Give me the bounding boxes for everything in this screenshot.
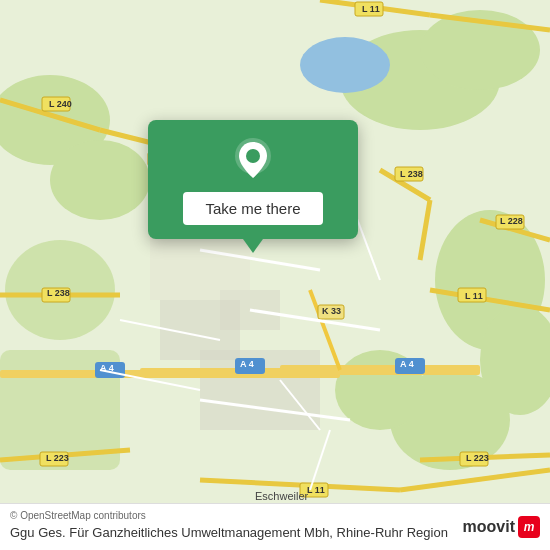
moovit-icon: m	[518, 516, 540, 538]
svg-point-15	[300, 37, 390, 93]
svg-rect-18	[280, 365, 480, 375]
svg-text:A 4: A 4	[100, 363, 114, 373]
attribution-text: © OpenStreetMap contributors	[10, 510, 540, 521]
svg-text:A 4: A 4	[240, 359, 254, 369]
moovit-logo: moovit m	[463, 516, 540, 538]
map-background: L 11 L 11 L 11 L 240 L 240 L 238 L 238 L…	[0, 0, 550, 550]
svg-text:L 228: L 228	[500, 216, 523, 226]
svg-text:L 240: L 240	[49, 99, 72, 109]
svg-text:L 238: L 238	[47, 288, 70, 298]
svg-text:L 223: L 223	[466, 453, 489, 463]
svg-text:A 4: A 4	[400, 359, 414, 369]
location-pin-icon	[231, 138, 275, 182]
svg-text:L 11: L 11	[465, 291, 483, 301]
moovit-icon-letter: m	[524, 520, 535, 534]
svg-point-72	[246, 149, 260, 163]
svg-text:L 238: L 238	[400, 169, 423, 179]
map-container: L 11 L 11 L 11 L 240 L 240 L 238 L 238 L…	[0, 0, 550, 550]
svg-text:L 11: L 11	[362, 4, 380, 14]
svg-text:K 33: K 33	[322, 306, 341, 316]
moovit-text: moovit	[463, 518, 515, 536]
svg-rect-14	[150, 230, 250, 300]
bottom-bar: © OpenStreetMap contributors Ggu Ges. Fü…	[0, 503, 550, 550]
popup-card: Take me there	[148, 120, 358, 239]
svg-text:Eschweiler: Eschweiler	[255, 490, 309, 502]
svg-text:L 223: L 223	[46, 453, 69, 463]
take-me-there-button[interactable]: Take me there	[183, 192, 322, 225]
svg-point-4	[50, 140, 150, 220]
svg-text:L 11: L 11	[307, 485, 325, 495]
place-name: Ggu Ges. Für Ganzheitliches Umweltmanage…	[10, 524, 540, 542]
